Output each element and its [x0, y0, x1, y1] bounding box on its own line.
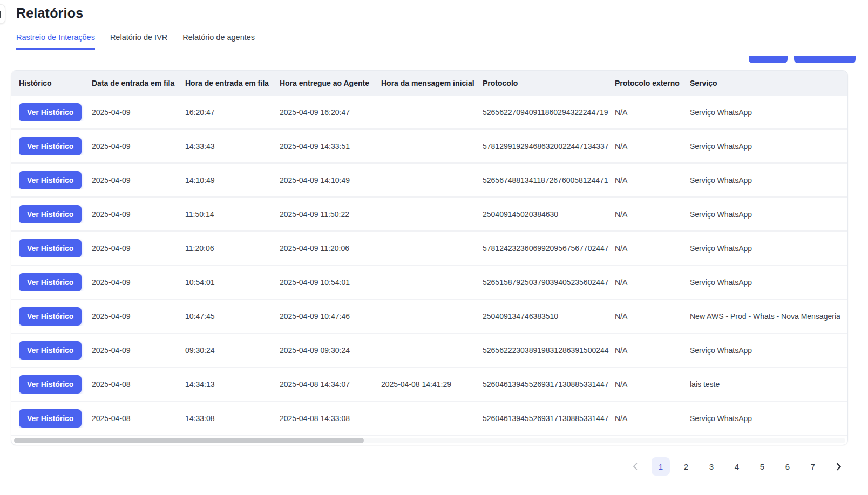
cell-protocolo-externo: N/A	[615, 210, 690, 219]
cell-hora-entrada: 11:20:06	[185, 244, 280, 253]
cell-protocolo-externo: N/A	[615, 414, 690, 423]
cell-historico: Ver Histórico	[19, 239, 92, 257]
column-header-protocolo-externo: Protocolo externo	[615, 79, 690, 87]
ver-historico-button[interactable]: Ver Histórico	[19, 273, 82, 291]
cell-protocolo: 250409134746383510	[483, 312, 615, 321]
ver-historico-button[interactable]: Ver Histórico	[19, 409, 82, 428]
ver-historico-button[interactable]: Ver Histórico	[19, 375, 82, 394]
table-row: Ver Histórico2025-04-0914:10:492025-04-0…	[11, 164, 847, 198]
cell-servico: Serviço WhatsApp	[690, 278, 840, 287]
cell-servico: lais teste	[690, 380, 840, 389]
cell-protocolo: 578129919294686320022447134337	[483, 142, 615, 151]
cell-data-entrada: 2025-04-09	[92, 278, 185, 287]
ver-historico-button[interactable]: Ver Histórico	[19, 307, 82, 326]
cell-hora-entrada: 14:10:49	[185, 176, 280, 185]
cell-servico: Serviço WhatsApp	[690, 414, 840, 423]
chevron-right-icon[interactable]	[829, 457, 847, 476]
page-button-1[interactable]: 1	[652, 457, 670, 476]
ver-historico-button[interactable]: Ver Histórico	[19, 341, 82, 360]
cell-protocolo-externo: N/A	[615, 346, 690, 355]
ver-historico-button[interactable]: Ver Histórico	[19, 103, 82, 121]
cell-hora-agente: 2025-04-09 10:54:01	[280, 278, 381, 287]
column-header-data-de-entrada-em-fila: Data de entrada em fila	[92, 79, 185, 87]
cell-protocolo-externo: N/A	[615, 142, 690, 151]
cell-protocolo: 526562270940911860294322244719	[483, 108, 615, 117]
cell-historico: Ver Histórico	[19, 409, 92, 428]
cell-data-entrada: 2025-04-09	[92, 312, 185, 321]
scrollbar-thumb[interactable]	[14, 438, 364, 443]
cell-protocolo: 526515879250379039405235602447	[483, 278, 615, 287]
cell-hora-entrada: 14:33:43	[185, 142, 280, 151]
ver-historico-button[interactable]: Ver Histórico	[19, 239, 82, 257]
table-header: HistóricoData de entrada em filaHora de …	[11, 71, 847, 96]
tab-bar: Rastreio de InteraçõesRelatório de IVRRe…	[16, 33, 255, 50]
cell-servico: Serviço WhatsApp	[690, 244, 840, 253]
horizontal-scrollbar[interactable]	[14, 438, 845, 443]
cell-protocolo-externo: N/A	[615, 244, 690, 253]
cell-hora-entrada: 10:47:45	[185, 312, 280, 321]
cell-data-entrada: 2025-04-09	[92, 346, 185, 355]
cell-hora-entrada: 09:30:24	[185, 346, 280, 355]
cell-hora-agente: 2025-04-09 16:20:47	[280, 108, 381, 117]
tabs-divider	[0, 53, 868, 53]
cell-servico: Serviço WhatsApp	[690, 108, 840, 117]
cell-protocolo: 526046139455269317130885331447	[483, 380, 615, 389]
column-header-historico: Histórico	[19, 79, 92, 87]
tab-rastreio-de-interacoes[interactable]: Rastreio de Interações	[16, 33, 95, 50]
column-header-hora-da-mensagem-inicial: Hora da mensagem inicial	[381, 79, 483, 87]
page-button-6[interactable]: 6	[778, 457, 797, 476]
cell-protocolo-externo: N/A	[615, 108, 690, 117]
cell-data-entrada: 2025-04-08	[92, 380, 185, 389]
page-title: Relatórios	[16, 5, 83, 21]
column-header-servico: Serviço	[690, 79, 840, 87]
ver-historico-button[interactable]: Ver Histórico	[19, 205, 82, 223]
page-button-4[interactable]: 4	[728, 457, 746, 476]
table-row: Ver Histórico2025-04-0916:20:472025-04-0…	[11, 96, 847, 130]
page-button-3[interactable]: 3	[702, 457, 721, 476]
cell-data-entrada: 2025-04-09	[92, 108, 185, 117]
cell-historico: Ver Histórico	[19, 341, 92, 360]
cell-data-entrada: 2025-04-09	[92, 244, 185, 253]
cell-hora-entrada: 16:20:47	[185, 108, 280, 117]
cell-servico: New AWS - Prod - Whats - Nova Mensageria	[690, 312, 840, 321]
cell-hora-agente: 2025-04-09 14:33:51	[280, 142, 381, 151]
cell-hora-agente: 2025-04-09 11:50:22	[280, 210, 381, 219]
page-button-2[interactable]: 2	[677, 457, 695, 476]
cell-data-entrada: 2025-04-09	[92, 176, 185, 185]
cell-hora-agente: 2025-04-08 14:33:08	[280, 414, 381, 423]
cell-protocolo: 250409145020384630	[483, 210, 615, 219]
ver-historico-button[interactable]: Ver Histórico	[19, 137, 82, 155]
table-row: Ver Histórico2025-04-0814:34:132025-04-0…	[11, 368, 847, 402]
reports-page: Relatórios Rastreio de InteraçõesRelatór…	[0, 0, 868, 495]
cell-hora-agente: 2025-04-08 14:34:07	[280, 380, 381, 389]
column-header-protocolo: Protocolo	[483, 79, 615, 87]
pagination: 1234567	[626, 457, 847, 476]
cell-hora-entrada: 11:50:14	[185, 210, 280, 219]
tab-relatorio-de-ivr[interactable]: Relatório de IVR	[110, 33, 167, 50]
header-action-button-2[interactable]	[794, 56, 856, 63]
cell-protocolo: 526562223038919831286391500244	[483, 346, 615, 355]
cell-hora-entrada: 14:34:13	[185, 380, 280, 389]
page-button-5[interactable]: 5	[753, 457, 771, 476]
cell-protocolo-externo: N/A	[615, 278, 690, 287]
table-row: Ver Histórico2025-04-0909:30:242025-04-0…	[11, 334, 847, 368]
cell-servico: Serviço WhatsApp	[690, 346, 840, 355]
cell-servico: Serviço WhatsApp	[690, 210, 840, 219]
sidebar-toggle-button[interactable]	[0, 4, 5, 24]
header-action-button-1[interactable]	[749, 56, 788, 63]
cell-historico: Ver Histórico	[19, 137, 92, 155]
tab-relatorio-de-agentes[interactable]: Relatório de agentes	[182, 33, 255, 50]
interactions-table-card: HistóricoData de entrada em filaHora de …	[11, 70, 848, 445]
cell-protocolo-externo: N/A	[615, 312, 690, 321]
cell-historico: Ver Histórico	[19, 103, 92, 121]
column-header-hora-entregue-ao-agente: Hora entregue ao Agente	[280, 79, 381, 87]
column-header-hora-de-entrada-em-fila: Hora de entrada em fila	[185, 79, 280, 87]
cell-protocolo: 578124232360699209567567702447	[483, 244, 615, 253]
cell-hora-entrada: 10:54:01	[185, 278, 280, 287]
chevron-left-icon[interactable]	[626, 457, 645, 476]
ver-historico-button[interactable]: Ver Histórico	[19, 171, 82, 189]
cell-protocolo-externo: N/A	[615, 176, 690, 185]
page-button-7[interactable]: 7	[804, 457, 822, 476]
cell-historico: Ver Histórico	[19, 273, 92, 291]
table-body: Ver Histórico2025-04-0916:20:472025-04-0…	[11, 96, 847, 436]
